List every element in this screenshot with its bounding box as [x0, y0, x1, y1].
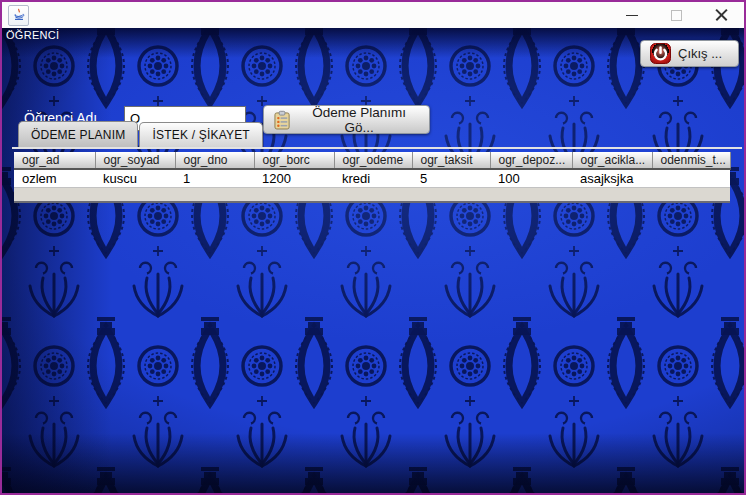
table-cell [652, 169, 730, 187]
column-header[interactable]: ogr_taksit [412, 152, 490, 169]
tab-bar: ÖDEME PLANIM İSTEK / ŞİKAYET [18, 121, 264, 147]
payment-plan-table: ogr_ad ogr_soyad ogr_dno ogr_borc ogr_od… [14, 152, 731, 187]
exit-button-label: Çıkış ... [678, 46, 722, 61]
table-cell: 5 [412, 169, 490, 187]
column-header[interactable]: ogr_depoz... [490, 152, 572, 169]
window-controls [609, 2, 744, 28]
java-logo-icon[interactable] [8, 5, 29, 26]
column-header[interactable]: ogr_acikla... [572, 152, 652, 169]
column-header[interactable]: odenmis_t... [652, 152, 730, 169]
client-area: ÖĞRENCİ Çıkış ... [2, 28, 744, 493]
table-cell: kuscu [95, 169, 175, 187]
table-cell: 1200 [254, 169, 334, 187]
table-cell: kredi [334, 169, 412, 187]
column-header[interactable]: ogr_soyad [95, 152, 175, 169]
table-header-row: ogr_ad ogr_soyad ogr_dno ogr_borc ogr_od… [14, 152, 730, 169]
page-title: ÖĞRENCİ [6, 29, 59, 41]
close-icon[interactable] [699, 2, 744, 28]
column-header[interactable]: ogr_borc [254, 152, 334, 169]
show-payment-plan-label: Ödeme Planımı Gö... [299, 105, 419, 135]
clipboard-icon [274, 110, 290, 130]
table-cell: 1 [175, 169, 254, 187]
table-row[interactable]: ozlem kuscu 1 1200 kredi 5 100 asajksjka [14, 169, 730, 187]
maximize-icon[interactable] [654, 2, 699, 28]
payment-plan-panel: ogr_ad ogr_soyad ogr_dno ogr_borc ogr_od… [12, 147, 742, 203]
table-cell: 100 [490, 169, 572, 187]
java-cup-glyph [12, 8, 26, 22]
table-cell: asajksjka [572, 169, 652, 187]
column-header[interactable]: ogr_ad [14, 152, 95, 169]
table-cell: ozlem [14, 169, 95, 187]
column-header[interactable]: ogr_dno [175, 152, 254, 169]
table-empty-area [14, 187, 730, 203]
column-header[interactable]: ogr_odeme [334, 152, 412, 169]
tab-odeme-planim[interactable]: ÖDEME PLANIM [18, 121, 138, 147]
show-payment-plan-button[interactable]: Ödeme Planımı Gö... [263, 105, 430, 134]
minimize-icon[interactable] [609, 2, 654, 28]
exit-button[interactable]: Çıkış ... [640, 40, 739, 67]
tab-istek-sikayet[interactable]: İSTEK / ŞİKAYET [139, 122, 262, 147]
power-icon [650, 43, 671, 64]
app-window: ÖĞRENCİ Çıkış ... [0, 0, 746, 495]
titlebar [2, 2, 744, 28]
